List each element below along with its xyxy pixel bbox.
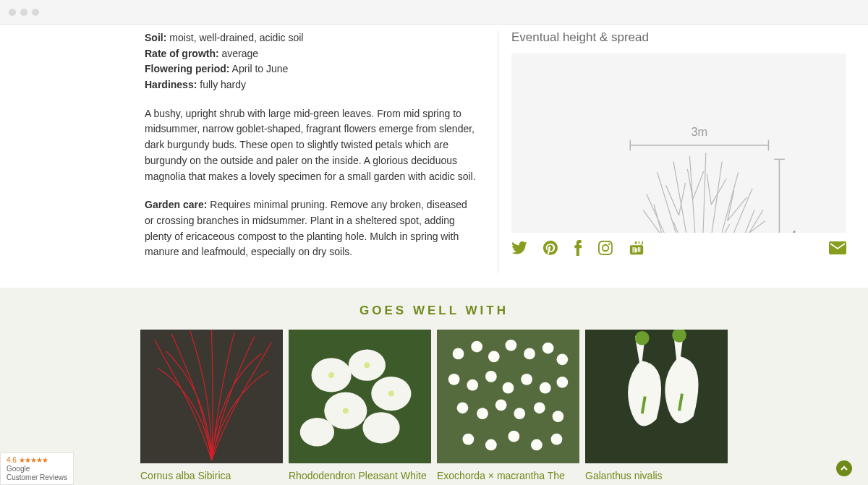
svg-point-17 xyxy=(364,362,370,368)
svg-point-40 xyxy=(553,411,564,422)
product-name[interactable]: Galanthus nivalis xyxy=(585,469,728,483)
description-text: A bushy, upright shrub with large mid-gr… xyxy=(145,106,476,184)
goes-well-with-heading: GOES WELL WITH xyxy=(0,304,868,318)
window-dot xyxy=(9,9,16,16)
mail-icon[interactable] xyxy=(829,241,846,257)
product-name[interactable]: Exochorda × macrantha The Bride xyxy=(437,469,579,485)
product-thumbnail[interactable] xyxy=(289,330,431,463)
svg-point-18 xyxy=(388,391,394,397)
svg-point-36 xyxy=(477,408,488,419)
spec-flowering: Flowering period: April to June xyxy=(145,61,476,77)
product-thumbnail[interactable] xyxy=(585,330,728,463)
svg-point-29 xyxy=(467,379,478,391)
goes-well-with-section: GOES WELL WITH Cornus alba Sibirica £14.… xyxy=(0,288,868,485)
svg-point-19 xyxy=(343,408,349,413)
social-links xyxy=(511,240,846,258)
svg-point-37 xyxy=(495,399,507,411)
svg-point-35 xyxy=(457,402,469,413)
svg-point-15 xyxy=(300,418,334,446)
product-card[interactable]: Cornus alba Sibirica £14.99 xyxy=(140,330,283,485)
height-spread-panel: Eventual height & spread 3m 4m xyxy=(498,25,868,288)
browser-chrome xyxy=(0,0,868,25)
svg-point-44 xyxy=(531,439,542,451)
spec-hardiness: Hardiness: fully hardy xyxy=(145,77,476,93)
window-dot xyxy=(20,9,27,16)
svg-point-38 xyxy=(514,408,525,419)
facebook-icon[interactable] xyxy=(574,240,582,258)
svg-point-21 xyxy=(453,348,464,359)
svg-point-22 xyxy=(471,341,482,353)
product-card[interactable]: Exochorda × macrantha The Bride £15.99 xyxy=(437,330,579,485)
svg-point-32 xyxy=(521,374,532,385)
product-card[interactable]: Galanthus nivalis £7.98 xyxy=(585,330,728,485)
product-description-panel: Soil: moist, well-drained, acidic soil R… xyxy=(0,25,498,288)
svg-point-23 xyxy=(488,351,500,362)
google-reviews-badge[interactable]: 4.6 ★★★★★ Google Customer Reviews xyxy=(0,452,74,485)
product-name[interactable]: Rhododendron Pleasant White xyxy=(289,469,431,483)
svg-point-33 xyxy=(540,382,551,394)
svg-point-42 xyxy=(485,439,497,451)
twitter-icon[interactable] xyxy=(511,241,527,257)
svg-point-43 xyxy=(509,431,520,442)
svg-point-31 xyxy=(503,382,514,394)
svg-point-24 xyxy=(506,340,517,351)
spec-soil: Soil: moist, well-drained, acidic soil xyxy=(145,30,476,46)
svg-point-47 xyxy=(635,331,650,345)
pinterest-icon[interactable] xyxy=(543,241,558,257)
product-thumbnail[interactable] xyxy=(140,330,283,463)
instagram-icon[interactable] xyxy=(598,241,613,257)
youtube-icon[interactable] xyxy=(629,240,644,258)
garden-care-text: Garden care: Requires minimal pruning. R… xyxy=(145,197,476,260)
svg-point-27 xyxy=(556,353,568,365)
svg-point-28 xyxy=(448,374,460,385)
svg-point-30 xyxy=(485,371,497,382)
window-dot xyxy=(32,9,39,16)
svg-point-34 xyxy=(556,377,568,388)
product-card[interactable]: Rhododendron Pleasant White £14.99 xyxy=(289,330,431,485)
svg-point-14 xyxy=(362,412,399,443)
height-label: 4m xyxy=(790,228,807,233)
scroll-to-top-button[interactable] xyxy=(836,460,852,476)
svg-point-45 xyxy=(551,434,563,445)
product-thumbnail[interactable] xyxy=(437,330,579,463)
product-name[interactable]: Cornus alba Sibirica xyxy=(140,469,283,483)
svg-point-39 xyxy=(534,402,545,413)
svg-point-25 xyxy=(524,348,535,359)
spread-heading: Eventual height & spread xyxy=(511,30,846,45)
height-spread-diagram: 3m 4m xyxy=(511,53,846,233)
svg-point-16 xyxy=(328,372,334,378)
chevron-up-icon xyxy=(841,465,848,472)
svg-point-41 xyxy=(462,434,474,445)
svg-point-26 xyxy=(542,343,554,354)
spec-rate: Rate of growth: average xyxy=(145,46,476,62)
stars-icon: ★★★★★ xyxy=(19,456,48,464)
width-label: 3m xyxy=(691,125,707,138)
